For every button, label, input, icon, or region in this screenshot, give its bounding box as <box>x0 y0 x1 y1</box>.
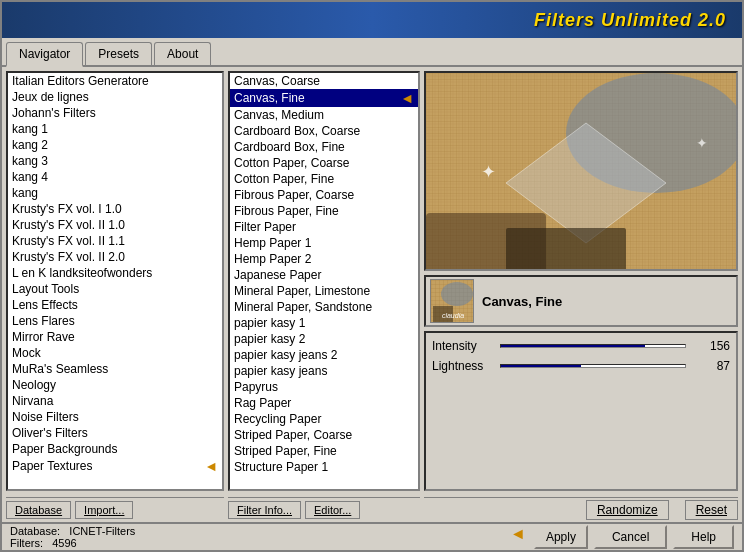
svg-text:✦: ✦ <box>481 162 496 182</box>
list-item[interactable]: Cardboard Box, Coarse <box>230 123 418 139</box>
bottom-toolbars: Database Import... Filter Info... Editor… <box>2 495 742 522</box>
list-item[interactable]: Krusty's FX vol. I 1.0 <box>8 201 222 217</box>
list-item[interactable]: kang 3 <box>8 153 222 169</box>
list-item[interactable]: Mineral Paper, Limestone <box>230 283 418 299</box>
list-item[interactable]: kang 2 <box>8 137 222 153</box>
middle-toolbar: Filter Info... Editor... <box>228 497 420 520</box>
left-toolbar: Database Import... <box>6 497 224 520</box>
list-item[interactable]: Cardboard Box, Fine <box>230 139 418 155</box>
list-item[interactable]: Hemp Paper 1 <box>230 235 418 251</box>
list-item[interactable]: Striped Paper, Fine <box>230 443 418 459</box>
list-item[interactable]: Fibrous Paper, Fine <box>230 203 418 219</box>
help-button[interactable]: Help <box>673 525 734 549</box>
list-item[interactable]: Nirvana <box>8 393 222 409</box>
randomize-button[interactable]: Randomize <box>586 500 669 520</box>
apply-button[interactable]: Apply <box>534 525 588 549</box>
list-item[interactable]: Papyrus <box>230 379 418 395</box>
list-item[interactable]: Mineral Paper, Sandstone <box>230 299 418 315</box>
lightness-fill <box>501 365 581 367</box>
list-item[interactable]: Cotton Paper, Fine <box>230 171 418 187</box>
filters-info: Filters: 4596 <box>10 537 135 549</box>
svg-point-16 <box>441 282 473 306</box>
list-item[interactable]: MuRa's Seamless <box>8 361 222 377</box>
list-item[interactable]: kang 1 <box>8 121 222 137</box>
list-item[interactable]: Lens Effects <box>8 297 222 313</box>
main-window: Filters Unlimited 2.0 Navigator Presets … <box>0 0 744 552</box>
list-item[interactable]: Krusty's FX vol. II 1.0 <box>8 217 222 233</box>
info-strip: claudia Canvas, Fine <box>424 275 738 327</box>
intensity-slider[interactable] <box>500 344 686 348</box>
list-item[interactable]: Striped Paper, Coarse <box>230 427 418 443</box>
list-item[interactable]: L en K landksiteofwonders <box>8 265 222 281</box>
arrow-right-icon: ◄ <box>204 458 218 474</box>
list-item[interactable]: Krusty's FX vol. II 2.0 <box>8 249 222 265</box>
info-thumbnail: claudia <box>430 279 474 323</box>
list-item[interactable]: Krusty's FX vol. II 1.1 <box>8 233 222 249</box>
intensity-value: 156 <box>694 339 730 353</box>
filters-label: Filters: <box>10 537 43 549</box>
list-item[interactable]: Japanese Paper <box>230 267 418 283</box>
lightness-slider[interactable] <box>500 364 686 368</box>
list-item[interactable]: kang 4 <box>8 169 222 185</box>
intensity-fill <box>501 345 645 347</box>
database-info: Database: ICNET-Filters <box>10 525 135 537</box>
title-text: Filters Unlimited 2.0 <box>534 10 726 31</box>
lightness-label: Lightness <box>432 359 492 373</box>
lightness-value: 87 <box>694 359 730 373</box>
database-label: Database: <box>10 525 60 537</box>
list-item[interactable]: Paper Backgrounds <box>8 441 222 457</box>
right-toolbar: Randomize Reset <box>424 497 738 520</box>
right-panel: ✦ ✦ <box>424 71 738 491</box>
intensity-label: Intensity <box>432 339 492 353</box>
filter-name-display: Canvas, Fine <box>482 294 562 309</box>
list-item-paper-textures[interactable]: Paper Textures ◄ <box>8 457 222 475</box>
list-item[interactable]: Rag Paper <box>230 395 418 411</box>
tab-bar: Navigator Presets About <box>2 38 742 67</box>
tab-navigator[interactable]: Navigator <box>6 42 83 67</box>
left-panel-categories[interactable]: Italian Editors Generatore Jeux de ligne… <box>6 71 224 491</box>
database-button[interactable]: Database <box>6 501 71 519</box>
list-item[interactable]: Neology <box>8 377 222 393</box>
apply-arrow-icon: ◄ <box>510 525 526 549</box>
tab-presets[interactable]: Presets <box>85 42 152 65</box>
slider-lightness-row: Lightness 87 <box>432 359 730 373</box>
reset-button[interactable]: Reset <box>685 500 738 520</box>
svg-rect-11 <box>506 228 626 269</box>
list-item-canvas-fine[interactable]: Canvas, Fine ◄ <box>230 89 418 107</box>
list-item[interactable]: Noise Filters <box>8 409 222 425</box>
tab-about[interactable]: About <box>154 42 211 65</box>
list-item[interactable]: kang <box>8 185 222 201</box>
list-item[interactable]: papier kasy jeans 2 <box>230 347 418 363</box>
list-item[interactable]: Oliver's Filters <box>8 425 222 441</box>
list-item[interactable]: papier kasy jeans <box>230 363 418 379</box>
preview-area: ✦ ✦ <box>424 71 738 271</box>
list-item[interactable]: Hemp Paper 2 <box>230 251 418 267</box>
svg-text:✦: ✦ <box>696 135 708 151</box>
svg-text:claudia: claudia <box>442 312 464 319</box>
list-item[interactable]: Italian Editors Generatore <box>8 73 222 89</box>
list-item[interactable]: Mirror Rave <box>8 329 222 345</box>
middle-panel-filters[interactable]: Canvas, Coarse Canvas, Fine ◄ Canvas, Me… <box>228 71 420 491</box>
import-button[interactable]: Import... <box>75 501 133 519</box>
list-item[interactable]: Filter Paper <box>230 219 418 235</box>
list-item[interactable]: papier kasy 2 <box>230 331 418 347</box>
list-item[interactable]: Cotton Paper, Coarse <box>230 155 418 171</box>
list-item[interactable]: Jeux de lignes <box>8 89 222 105</box>
list-item[interactable]: Johann's Filters <box>8 105 222 121</box>
list-item[interactable]: Canvas, Medium <box>230 107 418 123</box>
database-value: ICNET-Filters <box>69 525 135 537</box>
list-item[interactable]: Fibrous Paper, Coarse <box>230 187 418 203</box>
list-item[interactable]: Lens Flares <box>8 313 222 329</box>
filters-value: 4596 <box>52 537 76 549</box>
list-item[interactable]: Structure Paper 1 <box>230 459 418 475</box>
list-item-recycling-paper[interactable]: Recycling Paper <box>230 411 418 427</box>
slider-intensity-row: Intensity 156 <box>432 339 730 353</box>
editor-button[interactable]: Editor... <box>305 501 360 519</box>
filter-info-button[interactable]: Filter Info... <box>228 501 301 519</box>
list-item[interactable]: Layout Tools <box>8 281 222 297</box>
status-bar: Database: ICNET-Filters Filters: 4596 ◄A… <box>2 522 742 550</box>
list-item[interactable]: Mock <box>8 345 222 361</box>
list-item[interactable]: Canvas, Coarse <box>230 73 418 89</box>
cancel-button[interactable]: Cancel <box>594 525 667 549</box>
list-item[interactable]: papier kasy 1 <box>230 315 418 331</box>
